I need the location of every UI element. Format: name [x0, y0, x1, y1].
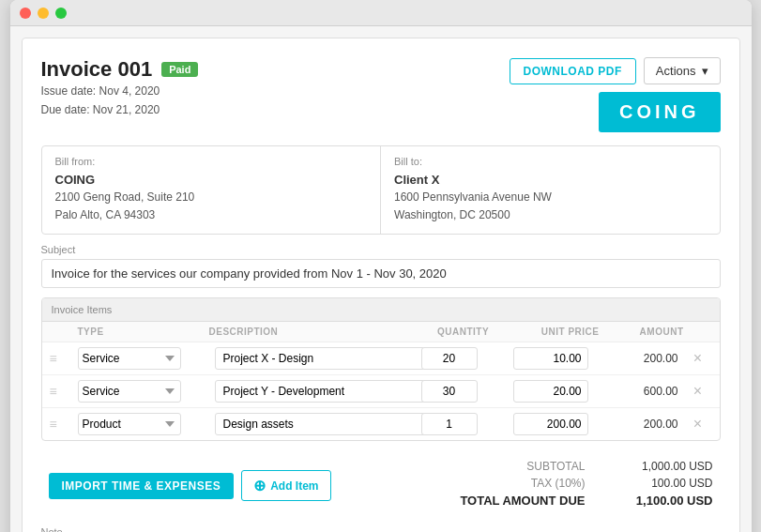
- amount-1: 200.00: [600, 352, 684, 365]
- bill-to-addr2: Washington, DC 20500: [394, 206, 707, 224]
- bill-to-name: Client X: [394, 173, 707, 187]
- quantity-input-1[interactable]: [421, 347, 478, 370]
- col-quantity: QUANTITY: [421, 327, 506, 337]
- bill-from-label: Bill from:: [55, 156, 368, 167]
- items-section-label: Invoice Items: [52, 304, 113, 315]
- subject-section: Subject: [41, 244, 721, 288]
- bill-from-addr1: 2100 Geng Road, Suite 210: [55, 189, 368, 206]
- table-row: ≡ Service Product Expense 200.00 ×: [42, 342, 720, 375]
- bill-to: Bill to: Client X 1600 Pennsylvania Aven…: [381, 146, 720, 234]
- tax-label: TAX (10%): [450, 477, 601, 490]
- type-select-3[interactable]: Service Product Expense: [78, 413, 181, 435]
- col-drag: [50, 327, 78, 337]
- remove-button-1[interactable]: ×: [684, 350, 712, 367]
- tax-row: TAX (10%) 100.00 USD: [450, 477, 713, 490]
- download-pdf-button[interactable]: DOWNLOAD PDF: [510, 58, 636, 84]
- remove-button-2[interactable]: ×: [684, 383, 712, 400]
- due-date: Due date: Nov 21, 2020: [41, 100, 199, 119]
- bill-to-addr1: 1600 Pennsylvania Avenue NW: [394, 189, 707, 206]
- total-label: TOTAL AMOUNT DUE: [450, 494, 601, 508]
- totals-table: SUBTOTAL 1,000.00 USD TAX (10%) 100.00 U…: [450, 460, 713, 511]
- tax-value: 100.00 USD: [601, 477, 713, 490]
- subject-label: Subject: [41, 244, 721, 255]
- unit-price-input-2[interactable]: [513, 380, 588, 403]
- table-row: ≡ Service Product Expense 600.00 ×: [42, 375, 720, 408]
- minimize-dot[interactable]: [38, 8, 49, 19]
- issue-date: Issue date: Nov 4, 2020: [41, 82, 199, 100]
- invoice-title: Invoice 001: [41, 57, 153, 82]
- invoice-items-box: Invoice Items TYPE DESCRIPTION QUANTITY …: [41, 297, 721, 441]
- column-headers: TYPE DESCRIPTION QUANTITY UNIT PRICE AMO…: [42, 322, 720, 342]
- bill-from: Bill from: COING 2100 Geng Road, Suite 2…: [42, 146, 382, 234]
- footer-left: IMPORT TIME & EXPENSES ⊕ Add Item: [49, 470, 331, 501]
- amount-3: 200.00: [600, 418, 684, 431]
- description-input-1[interactable]: [215, 347, 427, 370]
- type-select-2[interactable]: Service Product Expense: [78, 380, 181, 403]
- items-section-header: Invoice Items: [42, 298, 720, 322]
- bill-from-addr2: Palo Alto, CA 94303: [55, 206, 368, 224]
- header-row: Invoice 001 Paid Issue date: Nov 4, 2020…: [41, 57, 721, 132]
- col-amount: AMOUNT: [600, 327, 684, 337]
- company-logo: COING: [599, 92, 721, 132]
- right-header: DOWNLOAD PDF Actions ▾ COING: [510, 57, 721, 132]
- table-row: ≡ Service Product Expense 200.00 ×: [42, 408, 720, 440]
- action-buttons: DOWNLOAD PDF Actions ▾: [510, 57, 721, 84]
- plus-icon: ⊕: [253, 477, 266, 494]
- col-action: [684, 327, 712, 337]
- invoice-content: Invoice 001 Paid Issue date: Nov 4, 2020…: [22, 38, 740, 532]
- drag-handle-icon[interactable]: ≡: [50, 351, 78, 366]
- type-select-1[interactable]: Service Product Expense: [78, 347, 181, 370]
- add-item-label: Add Item: [270, 479, 318, 493]
- description-input-3[interactable]: [215, 413, 427, 435]
- bill-section: Bill from: COING 2100 Geng Road, Suite 2…: [41, 145, 721, 235]
- maximize-dot[interactable]: [55, 8, 67, 19]
- invoice-left-header: Invoice 001 Paid Issue date: Nov 4, 2020…: [41, 57, 199, 120]
- remove-button-3[interactable]: ×: [684, 416, 712, 433]
- subtotal-row: SUBTOTAL 1,000.00 USD: [450, 460, 713, 473]
- note-label: Note: [41, 526, 721, 532]
- titlebar: [10, 0, 752, 26]
- unit-price-input-1[interactable]: [513, 347, 588, 370]
- invoice-title-area: Invoice 001 Paid: [41, 57, 199, 82]
- app-window: Invoice 001 Paid Issue date: Nov 4, 2020…: [10, 0, 752, 532]
- unit-price-input-3[interactable]: [513, 413, 588, 435]
- subject-input[interactable]: [41, 259, 721, 288]
- close-dot[interactable]: [20, 8, 31, 19]
- description-input-2[interactable]: [215, 380, 427, 403]
- status-badge: Paid: [161, 62, 198, 77]
- col-unit-price: UNIT PRICE: [506, 327, 600, 337]
- note-section: Note: [41, 526, 721, 532]
- col-description: DESCRIPTION: [209, 327, 421, 337]
- import-time-expenses-button[interactable]: IMPORT TIME & EXPENSES: [49, 473, 235, 499]
- quantity-input-3[interactable]: [421, 413, 478, 435]
- quantity-input-2[interactable]: [421, 380, 478, 403]
- drag-handle-icon[interactable]: ≡: [50, 417, 78, 432]
- subtotal-label: SUBTOTAL: [450, 460, 601, 473]
- total-value: 1,100.00 USD: [601, 494, 713, 508]
- bill-to-label: Bill to:: [394, 156, 707, 167]
- subtotal-value: 1,000.00 USD: [601, 460, 713, 473]
- chevron-down-icon: ▾: [702, 64, 708, 78]
- bill-from-name: COING: [55, 173, 368, 187]
- drag-handle-icon[interactable]: ≡: [50, 384, 78, 399]
- add-item-button[interactable]: ⊕ Add Item: [241, 470, 330, 501]
- actions-label: Actions: [656, 64, 696, 78]
- col-type: TYPE: [78, 327, 209, 337]
- amount-2: 600.00: [600, 385, 684, 398]
- actions-button[interactable]: Actions ▾: [644, 57, 721, 84]
- items-footer: IMPORT TIME & EXPENSES ⊕ Add Item SUBTOT…: [41, 450, 721, 515]
- total-row: TOTAL AMOUNT DUE 1,100.00 USD: [450, 494, 713, 508]
